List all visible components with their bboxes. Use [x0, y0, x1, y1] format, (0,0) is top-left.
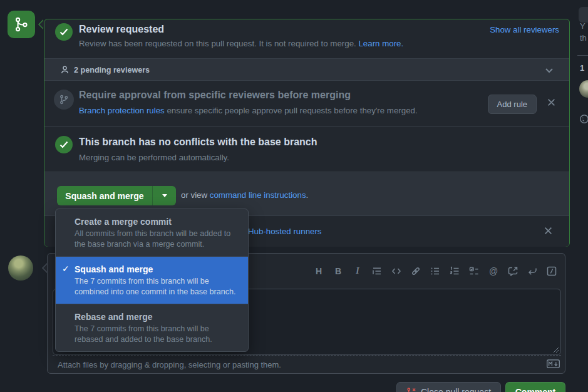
right-rail-text-fragment: Y	[580, 21, 585, 31]
ordered-list-icon[interactable]	[449, 266, 460, 277]
dropdown-item-rebase-and-merge[interactable]: Rebase and merge The 7 commits from this…	[56, 304, 248, 351]
pending-reviewers-row[interactable]: 2 pending reviewers	[44, 58, 569, 81]
task-list-icon[interactable]	[468, 266, 480, 277]
check-circle-icon	[55, 136, 73, 153]
check-circle-icon	[55, 23, 73, 41]
close-pull-request-button[interactable]: Close pull request	[396, 382, 501, 392]
dropdown-item-create-merge-commit[interactable]: Create a merge commit All commits from t…	[56, 209, 248, 257]
review-title: Review requested	[79, 24, 164, 35]
markdown-icon[interactable]	[547, 359, 560, 368]
reply-icon[interactable]	[527, 266, 538, 277]
person-icon	[60, 65, 70, 75]
chevron-down-icon[interactable]	[545, 68, 553, 73]
slash-command-icon[interactable]	[546, 266, 557, 277]
merge-options-dropdown: Create a merge commit All commits from t…	[55, 209, 249, 352]
check-icon: ✓	[62, 264, 70, 274]
merge-button-group: Squash and merge	[57, 186, 176, 205]
protection-desc: Branch protection rules ensure specific …	[79, 106, 418, 115]
protection-title: Require approval from specific reviewers…	[79, 90, 351, 101]
smiley-icon[interactable]	[579, 114, 588, 124]
attach-files-bar[interactable]: Attach files by dragging & dropping, sel…	[53, 355, 561, 373]
code-icon[interactable]	[391, 266, 402, 277]
right-rail-count: 1	[580, 63, 584, 73]
cross-reference-icon[interactable]	[507, 266, 518, 277]
quote-icon[interactable]	[371, 266, 383, 277]
bold-icon[interactable]: B	[333, 266, 344, 277]
conflicts-title: This branch has no conflicts with the ba…	[79, 137, 317, 148]
unordered-list-icon[interactable]	[430, 266, 441, 277]
merge-options-caret-button[interactable]	[152, 186, 176, 205]
pending-reviewers-label: 2 pending reviewers	[74, 66, 150, 75]
resize-grip-icon[interactable]	[553, 347, 559, 353]
git-merge-icon	[13, 16, 29, 33]
branch-protection-rules-link[interactable]: Branch protection rules	[79, 106, 165, 115]
italic-icon[interactable]: I	[352, 266, 363, 277]
hosted-runners-link[interactable]: Hub-hosted runners	[248, 227, 322, 236]
add-rule-button[interactable]: Add rule	[488, 95, 537, 114]
user-avatar[interactable]	[8, 255, 33, 281]
caret-down-icon	[162, 194, 167, 197]
heading-icon[interactable]: H	[313, 266, 324, 277]
attach-files-hint: Attach files by dragging & dropping, sel…	[58, 360, 281, 369]
branch-protection-section: Require approval from specific reviewers…	[44, 81, 569, 127]
git-branch-icon	[54, 90, 74, 110]
conflicts-desc: Merging can be performed automatically.	[79, 153, 229, 162]
dropdown-item-squash-and-merge[interactable]: ✓ Squash and merge The 7 commits from th…	[56, 257, 248, 304]
dismiss-runners-icon[interactable]	[544, 227, 552, 235]
markdown-toolbar: H B I @	[313, 264, 557, 279]
command-line-instructions-link[interactable]: command line instructions	[210, 190, 306, 200]
mention-icon[interactable]: @	[488, 266, 499, 277]
right-rail-avatar[interactable]	[579, 80, 588, 98]
right-rail-text-fragment: th	[580, 33, 587, 43]
link-icon[interactable]	[410, 266, 421, 277]
git-merge-badge	[8, 11, 35, 38]
show-all-reviewers-link[interactable]: Show all reviewers	[490, 25, 559, 34]
right-rail-divider	[577, 55, 588, 56]
learn-more-link[interactable]: Learn more.	[358, 39, 403, 48]
comment-button[interactable]: Comment	[505, 382, 565, 392]
dismiss-protection-icon[interactable]	[547, 98, 555, 106]
close-button-label: Close pull request	[421, 387, 491, 392]
squash-and-merge-button[interactable]: Squash and merge	[57, 186, 152, 205]
pull-request-closed-icon	[406, 387, 416, 392]
cli-instructions-text: or view command line instructions.	[181, 190, 308, 200]
right-rail-button[interactable]	[579, 7, 588, 23]
review-desc: Review has been requested on this pull r…	[79, 39, 403, 48]
